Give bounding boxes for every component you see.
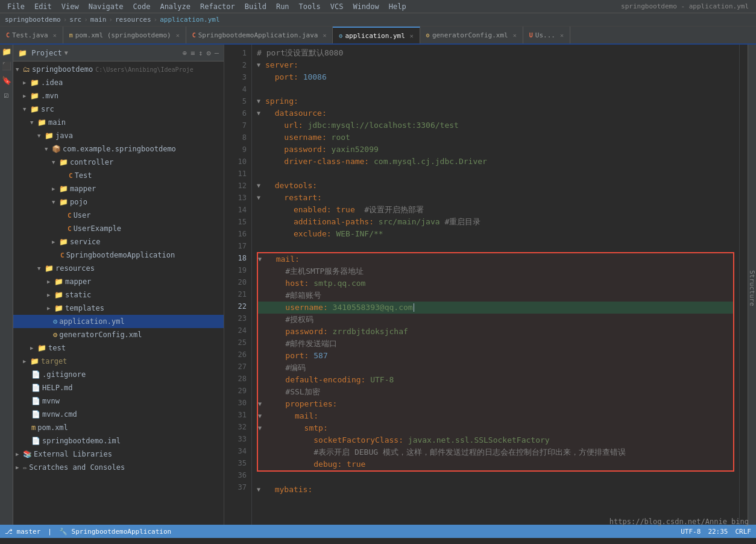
tree-item-idea[interactable]: ▶ 📁 .idea: [13, 76, 224, 89]
right-gutter-scrollbar[interactable]: [739, 45, 748, 525]
extlibs-icon: 📚: [23, 450, 32, 458]
tree-item-root[interactable]: ▼ 🗂 springbootdemo C:\Users\Annibing\Ide…: [13, 63, 224, 76]
menu-navigate[interactable]: Navigate: [84, 0, 128, 13]
tree-item-user-java[interactable]: C User: [13, 209, 224, 222]
menu-code[interactable]: Code: [128, 0, 156, 13]
tree-item-springapp[interactable]: C SpringbootdemoApplication: [13, 248, 224, 262]
tree-item-extlibs[interactable]: ▶ 📚 External Libraries: [13, 448, 224, 461]
minimize-icon[interactable]: —: [215, 49, 219, 57]
tree-item-res-mapper[interactable]: ▶ 📁 mapper: [13, 275, 224, 288]
tree-item-target[interactable]: ▶ 📁 target: [13, 355, 224, 368]
menu-run[interactable]: Run: [271, 0, 294, 13]
tree-item-appyml[interactable]: ⚙ application.yml: [13, 315, 224, 328]
java-icon-app: C: [192, 32, 196, 39]
tab-close-user[interactable]: ✕: [560, 32, 564, 39]
fold-arrow-30[interactable]: ▼: [258, 398, 266, 410]
tree-item-userex-java[interactable]: C UserExample: [13, 222, 224, 235]
tree-root-label: springbootdemo: [32, 65, 93, 74]
breadcrumb-file[interactable]: application.yml: [160, 16, 219, 24]
project-icon[interactable]: 📁: [1, 47, 12, 58]
tree-item-test-java[interactable]: C Test: [13, 169, 224, 182]
tree-item-genxml[interactable]: ⚙ generatorConfig.xml: [13, 328, 224, 341]
tab-user[interactable]: U Us... ✕: [523, 27, 570, 43]
tab-springapp-java[interactable]: C SpringbootdemoApplication.java ✕: [186, 27, 333, 43]
tree-item-helpmd[interactable]: 📄 HELP.md: [13, 381, 224, 394]
fold-arrow-5[interactable]: ▼: [257, 95, 265, 107]
locate-file-icon[interactable]: ⊕: [183, 49, 187, 57]
fold-arrow-37[interactable]: ▼: [257, 484, 265, 496]
tree-item-static[interactable]: ▶ 📁 static: [13, 288, 224, 302]
structure-icon[interactable]: ⬛: [1, 62, 12, 72]
status-git[interactable]: ⎇ master: [5, 528, 40, 536]
collapse-all-icon[interactable]: ≡: [191, 49, 195, 57]
bookmark-icon[interactable]: 🔖: [1, 76, 12, 87]
menu-refactor[interactable]: Refactor: [195, 0, 240, 13]
tree-item-pomxml[interactable]: m pom.xml: [13, 421, 224, 434]
tree-item-mvn[interactable]: ▶ 📁 .mvn: [13, 89, 224, 103]
code-line-22: username: 3410558393@qq.com: [258, 302, 733, 314]
status-line-col[interactable]: 22:35: [708, 528, 728, 536]
ln-18: 18: [227, 252, 247, 264]
menu-tools[interactable]: Tools: [294, 0, 326, 13]
tree-item-java[interactable]: ▼ 📁 java: [13, 129, 224, 142]
structure-label[interactable]: Structure: [748, 265, 756, 306]
status-encoding[interactable]: UTF-8: [681, 528, 701, 536]
tree-item-pojo[interactable]: ▼ 📁 pojo: [13, 195, 224, 209]
tab-close-test[interactable]: ✕: [53, 32, 57, 39]
tree-item-resources[interactable]: ▼ 📁 resources: [13, 262, 224, 275]
tree-item-test-dir[interactable]: ▶ 📁 test: [13, 341, 224, 355]
tree-item-gitignore[interactable]: 📄 .gitignore: [13, 368, 224, 381]
fold-arrow-32[interactable]: ▼: [258, 422, 266, 434]
menu-analyze[interactable]: Analyze: [155, 0, 195, 13]
breadcrumb-src[interactable]: src: [69, 16, 81, 24]
tab-close-app[interactable]: ✕: [323, 32, 326, 39]
tree-item-templates[interactable]: ▶ 📁 templates: [13, 302, 224, 315]
tab-application-yml[interactable]: ⚙ application.yml ✕: [333, 27, 420, 43]
chevron-down-icon-java: ▼: [37, 133, 43, 139]
fold-arrow-12[interactable]: ▼: [257, 180, 265, 192]
fold-arrow-18[interactable]: ▼: [258, 253, 266, 265]
tree-item-controller[interactable]: ▼ 📁 controller: [13, 156, 224, 169]
yml-icon: ⚙: [339, 33, 342, 39]
tab-close-yml[interactable]: ✕: [410, 33, 414, 39]
settings-icon[interactable]: ⚙: [207, 49, 211, 57]
breadcrumb-project[interactable]: springbootdemo: [5, 16, 61, 24]
tab-test-java[interactable]: C Test.java ✕: [0, 27, 63, 43]
todo-icon[interactable]: ☑: [1, 90, 12, 101]
tree-item-com[interactable]: ▼ 📦 com.example.springbootdemo: [13, 142, 224, 156]
tree-item-scratches[interactable]: ▶ ✏ Scratches and Consoles: [13, 461, 224, 474]
fold-arrow-6[interactable]: ▼: [257, 107, 265, 119]
tree-item-src[interactable]: ▼ 📁 src: [13, 103, 224, 116]
tree-item-main[interactable]: ▼ 📁 main: [13, 116, 224, 129]
chevron-down-icon-main: ▼: [30, 119, 36, 125]
ln-24: 24: [227, 324, 247, 337]
tab-generator-xml[interactable]: ⚙ generatorConfig.xml ✕: [420, 27, 523, 43]
menu-file[interactable]: File: [2, 0, 30, 13]
tree-item-service[interactable]: ▶ 📁 service: [13, 235, 224, 248]
tree-item-mvnw[interactable]: 📄 mvnw: [13, 394, 224, 408]
tree-item-mapper[interactable]: ▶ 📁 mapper: [13, 182, 224, 195]
folder-icon-pojo: 📁: [59, 198, 68, 206]
code-line-12: ▼ devtools:: [257, 180, 734, 192]
menu-build[interactable]: Build: [240, 0, 271, 13]
menu-edit[interactable]: Edit: [30, 0, 57, 13]
tab-close-gen[interactable]: ✕: [513, 32, 517, 39]
breadcrumb-main[interactable]: main: [90, 16, 107, 24]
menu-vcs[interactable]: VCS: [326, 0, 348, 13]
breadcrumb-resources[interactable]: resources: [115, 16, 151, 24]
status-crlf[interactable]: CRLF: [736, 528, 752, 536]
menu-help[interactable]: Help: [384, 0, 411, 13]
tab-pom-xml[interactable]: m pom.xml (springbootdemo) ✕: [63, 27, 186, 43]
tree-item-iml[interactable]: 📄 springbootdemo.iml: [13, 434, 224, 448]
tree-item-mvnwcmd[interactable]: 📄 mvnw.cmd: [13, 408, 224, 421]
fold-arrow-2[interactable]: ▼: [257, 59, 265, 71]
ln-5: 5: [227, 95, 247, 107]
status-run-config[interactable]: 🔧 SpringbootdemoApplication: [59, 528, 171, 536]
tab-close-pom[interactable]: ✕: [176, 32, 180, 39]
fold-arrow-31[interactable]: ▼: [258, 410, 266, 422]
menu-view[interactable]: View: [57, 0, 84, 13]
code-content[interactable]: # port没设置默认8080 ▼ server: port: 10086: [252, 45, 739, 525]
menu-window[interactable]: Window: [348, 0, 383, 13]
fold-arrow-13[interactable]: ▼: [257, 192, 265, 204]
sort-icon[interactable]: ↕: [198, 49, 203, 57]
